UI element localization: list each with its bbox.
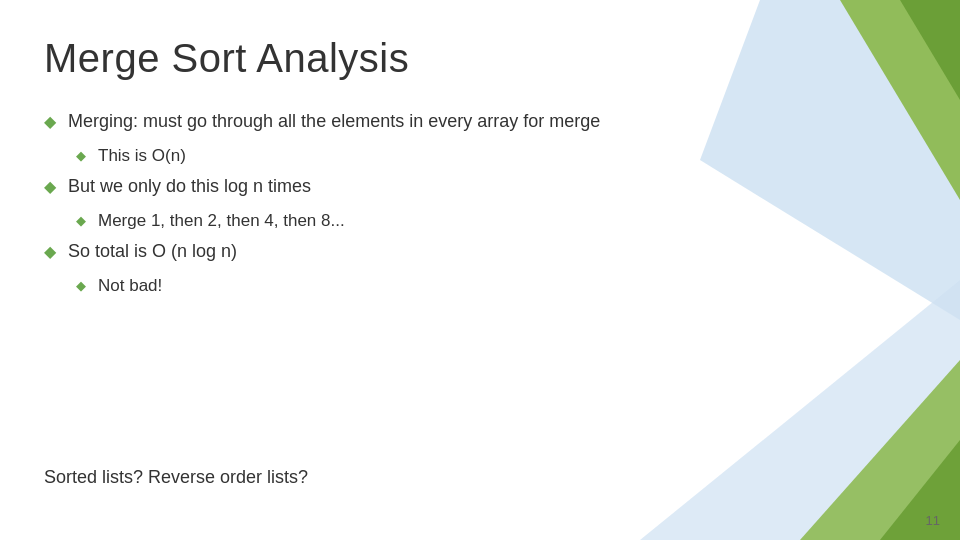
- sub-text-1-1: This is O(n): [98, 144, 912, 168]
- bullet-icon-3: ◆: [44, 242, 56, 261]
- sub-bullet-icon-1-1: ◆: [76, 148, 86, 163]
- bullet-item-2: ◆ But we only do this log n times: [44, 174, 912, 199]
- sub-list-2: ◆ Merge 1, then 2, then 4, then 8...: [44, 209, 912, 233]
- footer-text: Sorted lists? Reverse order lists?: [44, 467, 308, 488]
- sub-item-2-1: ◆ Merge 1, then 2, then 4, then 8...: [76, 209, 912, 233]
- bullet-text-3: So total is O (n log n): [68, 239, 912, 264]
- bullet-icon-2: ◆: [44, 177, 56, 196]
- bullet-text-1: Merging: must go through all the element…: [68, 109, 912, 134]
- sub-bullet-icon-2-1: ◆: [76, 213, 86, 228]
- sub-list-3: ◆ Not bad!: [44, 274, 912, 298]
- bullet-text-2: But we only do this log n times: [68, 174, 912, 199]
- sub-text-2-1: Merge 1, then 2, then 4, then 8...: [98, 209, 912, 233]
- sub-item-1-1: ◆ This is O(n): [76, 144, 912, 168]
- sub-list-1: ◆ This is O(n): [44, 144, 912, 168]
- sub-text-3-1: Not bad!: [98, 274, 912, 298]
- sub-bullet-icon-3-1: ◆: [76, 278, 86, 293]
- slide-title: Merge Sort Analysis: [44, 36, 912, 81]
- sub-item-3-1: ◆ Not bad!: [76, 274, 912, 298]
- bullet-icon-1: ◆: [44, 112, 56, 131]
- bullet-item-1: ◆ Merging: must go through all the eleme…: [44, 109, 912, 134]
- main-bullet-list: ◆ Merging: must go through all the eleme…: [44, 109, 912, 298]
- slide-number: 11: [926, 513, 940, 528]
- bullet-item-3: ◆ So total is O (n log n): [44, 239, 912, 264]
